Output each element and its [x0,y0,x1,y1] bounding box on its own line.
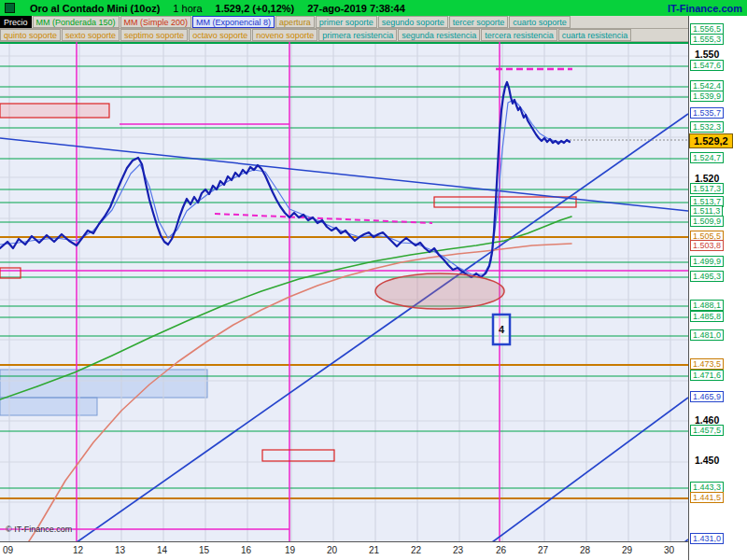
legend-item-mm-simple-200-[interactable]: MM (Simple 200) [120,16,192,28]
price-level-label: 1.471,6 [690,370,724,381]
price-level-label: 1.532,3 [690,121,724,133]
time-label: 19 [285,545,295,555]
legend-item-cuarta-resistencia[interactable]: cuarta resistencia [558,29,632,41]
legend-item-primera-resistencia[interactable]: primera resistencia [318,29,397,41]
price-level-label: 1.555,3 [690,34,724,45]
price-level-label: 1.441,5 [690,492,724,503]
time-label: 22 [411,545,421,555]
legend-item-mm-ponderada-150-[interactable]: MM (Ponderada 150) [33,16,120,28]
price-level-label: 1.457,5 [690,425,724,436]
time-label: 26 [496,545,506,555]
price-level-label: 1.495,3 [690,271,724,282]
time-label: 30 [664,545,674,555]
time-label: 21 [369,545,379,555]
legend-item-quinto-soporte[interactable]: quinto soporte [0,29,61,41]
trading-chart-window: Oro al Contado Mini (10oz) 1 hora 1.529,… [0,0,747,560]
legend-item-cuarto-soporte[interactable]: cuarto soporte [509,16,571,28]
highlight-box[interactable] [0,268,21,278]
legend-item-segunda-resistencia[interactable]: segunda resistencia [398,29,480,41]
price-axis[interactable]: 1.556,51.555,31.5501.547,61.542,41.539,9… [688,16,747,560]
demand-zone[interactable] [0,398,97,415]
time-label: 28 [580,545,590,555]
legend-item-octavo-soporte[interactable]: octavo soporte [189,29,251,41]
watermark: © IT-Finance.com [6,525,72,534]
price-level-label: 1.460 [693,415,721,425]
price-level-label: 1.539,9 [690,91,724,102]
chart-area[interactable]: 4 © IT-Finance.com [0,42,688,541]
time-axis[interactable]: 09121314151619202122232627282930 [0,541,688,560]
time-label: 13 [115,545,125,555]
price-level-label: 1.524,7 [690,152,724,163]
legend-item-noveno-soporte[interactable]: noveno soporte [252,29,317,41]
price-level-label: 1.547,6 [690,60,724,71]
legend-item-sexto-soporte[interactable]: sexto soporte [62,29,120,41]
legend-row-1: PrecioMM (Ponderada 150)MM (Simple 200)M… [0,16,688,29]
trendline-ascending-main[interactable] [51,114,688,541]
trendline-ascending-lower[interactable] [453,398,688,541]
last-price-change: 1.529,2 (+0,12%) [216,3,295,14]
current-price-label: 1.529,2 [689,133,733,148]
time-label: 27 [538,545,548,555]
legend-item-mm-exponencial-8-[interactable]: MM (Exponencial 8) [192,16,275,28]
time-label: 16 [241,545,251,555]
demand-zone[interactable] [0,370,207,398]
price-level-label: 1.431,0 [690,533,724,544]
timeframe-label: 1 hora [173,3,202,14]
title-bar: Oro al Contado Mini (10oz) 1 hora 1.529,… [0,0,747,16]
legend-item-apertura[interactable]: apertura [275,16,315,28]
highlight-ellipse[interactable] [375,273,504,309]
time-label: 09 [3,545,13,555]
instrument-name: Oro al Contado Mini (10oz) [30,3,160,14]
price-level-label: 1.485,8 [690,311,724,322]
legend-item-tercer-soporte[interactable]: tercer soporte [449,16,509,28]
legend-item-tercera-resistencia[interactable]: tercera resistencia [481,29,557,41]
price-level-label: 1.488,1 [690,300,724,311]
time-label: 14 [157,545,167,555]
price-level-label: 1.517,3 [690,183,724,194]
chart-canvas[interactable]: 4 [0,42,688,541]
price-level-label: 1.550 [693,49,721,59]
legend-item-septimo-soporte[interactable]: septimo soporte [120,29,188,41]
datetime-label: 27-ago-2019 7:38:44 [307,3,405,14]
legend-item-primer-soporte[interactable]: primer soporte [316,16,377,28]
instrument-icon [5,3,15,13]
time-label: 23 [453,545,463,555]
price-level-label: 1.473,5 [690,358,724,370]
time-label: 29 [622,545,632,555]
brand-link[interactable]: IT-Finance.com [668,3,742,14]
time-label: 20 [327,545,337,555]
legend-row-2: quinto soportesexto soporteseptimo sopor… [0,29,688,42]
price-level-label: 1.535,7 [690,107,724,119]
highlight-box[interactable] [262,450,334,461]
annotation-label: 4 [499,324,505,335]
legend-item-segundo-soporte[interactable]: segundo soporte [378,16,448,28]
trendline-descending[interactable] [0,138,688,211]
price-level-label: 1.509,9 [690,216,724,227]
highlight-box[interactable] [0,104,109,118]
price-level-label: 1.450 [693,455,721,465]
time-label: 15 [199,545,209,555]
price-level-label: 1.503,8 [690,240,724,251]
price-level-label: 1.465,9 [690,391,724,402]
price-level-label: 1.481,0 [690,329,724,341]
series-ema8 [0,100,570,274]
legend-item-precio[interactable]: Precio [0,16,32,28]
time-label: 12 [73,545,83,555]
price-level-label: 1.520 [693,174,721,183]
price-level-label: 1.499,9 [690,256,724,267]
